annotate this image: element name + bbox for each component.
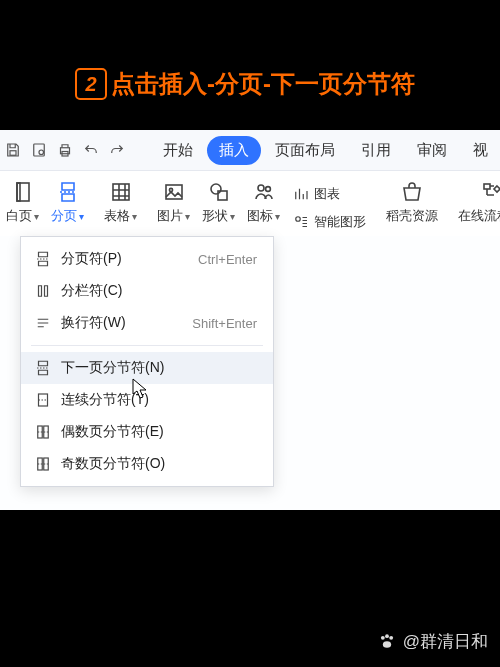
ribbon-resource-label: 稻壳资源 — [386, 207, 438, 225]
ribbon-table[interactable]: 表格▾ — [98, 177, 143, 235]
tab-view[interactable]: 视 — [461, 136, 500, 165]
ribbon-flowchart-label: 在线流程图 — [458, 207, 500, 225]
ribbon-chart[interactable]: 图表 — [292, 181, 366, 207]
next-page-section-icon — [34, 359, 52, 377]
svg-point-13 — [265, 187, 270, 192]
chevron-down-icon: ▾ — [230, 211, 235, 222]
ribbon-smartart[interactable]: 智能图形 — [292, 209, 366, 235]
chart-icon — [292, 185, 310, 203]
svg-rect-8 — [166, 185, 182, 199]
table-icon — [109, 180, 133, 204]
print-icon[interactable] — [52, 135, 78, 165]
ribbon-flowchart[interactable]: 在线流程图 — [452, 177, 500, 235]
ribbon-shape-label: 形状 — [202, 207, 228, 225]
ribbon-picture-label: 图片 — [157, 207, 183, 225]
ribbon-icon[interactable]: 图标▾ — [241, 177, 286, 235]
ribbon: 白页▾ 分页▾ 表格▾ 图片▾ 形状▾ 图标▾ — [0, 171, 500, 244]
ribbon-icon-label: 图标 — [247, 207, 273, 225]
svg-point-22 — [385, 634, 389, 638]
save-icon[interactable] — [0, 135, 26, 165]
flowchart-icon — [479, 180, 501, 204]
odd-page-section-icon — [34, 455, 52, 473]
svg-rect-6 — [17, 183, 20, 201]
dropdown-separator — [31, 345, 263, 346]
svg-point-23 — [389, 635, 393, 639]
dd-label: 连续分节符(T) — [55, 391, 169, 409]
tabs: 开始 插入 页面布局 引用 审阅 视 — [151, 136, 500, 165]
watermark-text: @群清日和 — [403, 630, 488, 653]
ribbon-chart-label: 图表 — [314, 185, 340, 203]
ribbon-blank-page[interactable]: 白页▾ — [0, 177, 45, 235]
ribbon-double: 图表 智能图形 — [286, 177, 372, 235]
undo-icon[interactable] — [78, 135, 104, 165]
svg-point-10 — [211, 184, 221, 194]
tab-reference[interactable]: 引用 — [349, 136, 403, 165]
top-row: 开始 插入 页面布局 引用 审阅 视 — [0, 130, 500, 171]
chevron-down-icon: ▾ — [34, 211, 39, 222]
even-page-section-icon — [34, 423, 52, 441]
ribbon-table-label: 表格 — [104, 207, 130, 225]
dd-label: 分页符(P) — [55, 250, 169, 268]
dd-label: 奇数页分节符(O) — [55, 455, 169, 473]
tab-review[interactable]: 审阅 — [405, 136, 459, 165]
paw-icon — [377, 632, 397, 652]
ribbon-resource[interactable]: 稻壳资源 — [380, 177, 444, 235]
tab-start[interactable]: 开始 — [151, 136, 205, 165]
store-icon — [400, 180, 424, 204]
chevron-down-icon: ▾ — [79, 211, 84, 222]
dd-label: 分栏符(C) — [55, 282, 169, 300]
shape-icon — [207, 180, 231, 204]
dd-line-break[interactable]: 换行符(W) Shift+Enter — [21, 307, 273, 339]
svg-point-24 — [383, 641, 391, 648]
ribbon-blank-page-label: 白页 — [6, 207, 32, 225]
chevron-down-icon: ▾ — [275, 211, 280, 222]
svg-point-12 — [258, 185, 264, 191]
blank-page-icon — [11, 180, 35, 204]
dd-label: 偶数页分节符(E) — [55, 423, 169, 441]
ribbon-page-break-label: 分页 — [51, 207, 77, 225]
tab-layout[interactable]: 页面布局 — [263, 136, 347, 165]
svg-point-21 — [381, 635, 385, 639]
ribbon-picture[interactable]: 图片▾ — [151, 177, 196, 235]
svg-point-2 — [39, 150, 44, 155]
dd-column-break[interactable]: 分栏符(C) — [21, 275, 273, 307]
dd-continuous-section[interactable]: 连续分节符(T) — [21, 384, 273, 416]
watermark: @群清日和 — [377, 630, 488, 653]
ribbon-shape[interactable]: 形状▾ — [196, 177, 241, 235]
svg-rect-15 — [484, 184, 490, 189]
page-break-icon — [56, 180, 80, 204]
dd-page-break[interactable]: 分页符(P) Ctrl+Enter — [21, 243, 273, 275]
chevron-down-icon: ▾ — [185, 211, 190, 222]
step-badge: 2 — [75, 68, 107, 100]
svg-point-14 — [296, 217, 301, 222]
ribbon-page-break[interactable]: 分页▾ — [45, 177, 90, 235]
instruction: 2 点击插入-分页-下一页分节符 — [75, 68, 490, 100]
continuous-section-icon — [34, 391, 52, 409]
page-break-dropdown: 分页符(P) Ctrl+Enter 分栏符(C) 换行符(W) Shift+En… — [20, 236, 274, 487]
print-preview-icon[interactable] — [26, 135, 52, 165]
line-break-icon — [34, 314, 52, 332]
dd-even-page-section[interactable]: 偶数页分节符(E) — [21, 416, 273, 448]
ribbon-smartart-label: 智能图形 — [314, 213, 366, 231]
people-icon — [252, 180, 276, 204]
dd-odd-page-section[interactable]: 奇数页分节符(O) — [21, 448, 273, 480]
dd-label: 下一页分节符(N) — [55, 359, 169, 377]
svg-rect-0 — [10, 151, 16, 156]
instruction-text: 点击插入-分页-下一页分节符 — [111, 68, 415, 100]
dd-shortcut: Shift+Enter — [169, 316, 263, 331]
dd-next-page-section[interactable]: 下一页分节符(N) — [21, 352, 273, 384]
tab-insert[interactable]: 插入 — [207, 136, 261, 165]
column-break-icon — [34, 282, 52, 300]
stage: 2 点击插入-分页-下一页分节符 开始 插入 — [0, 0, 500, 667]
dd-label: 换行符(W) — [55, 314, 169, 332]
smartart-icon — [292, 213, 310, 231]
svg-rect-7 — [113, 184, 129, 200]
dd-shortcut: Ctrl+Enter — [169, 252, 263, 267]
picture-icon — [162, 180, 186, 204]
redo-icon[interactable] — [104, 135, 130, 165]
chevron-down-icon: ▾ — [132, 211, 137, 222]
page-break-icon — [34, 250, 52, 268]
app-window: 开始 插入 页面布局 引用 审阅 视 白页▾ 分页▾ 表格▾ — [0, 130, 500, 510]
svg-rect-5 — [17, 183, 29, 201]
